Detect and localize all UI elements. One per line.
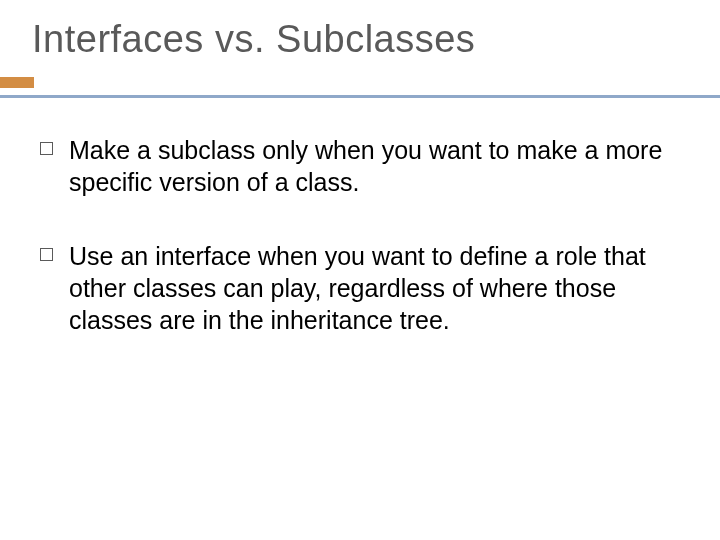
list-item: Make a subclass only when you want to ma… [40, 134, 670, 198]
bullet-text: Use an interface when you want to define… [69, 240, 670, 336]
bullet-text: Make a subclass only when you want to ma… [69, 134, 670, 198]
divider-line [0, 95, 720, 98]
accent-bar [0, 77, 34, 88]
page-title: Interfaces vs. Subclasses [32, 18, 688, 61]
slide: Interfaces vs. Subclasses Make a subclas… [0, 0, 720, 540]
list-item: Use an interface when you want to define… [40, 240, 670, 336]
content-area: Make a subclass only when you want to ma… [32, 134, 688, 336]
square-bullet-icon [40, 142, 53, 155]
square-bullet-icon [40, 248, 53, 261]
title-rule [0, 77, 720, 98]
